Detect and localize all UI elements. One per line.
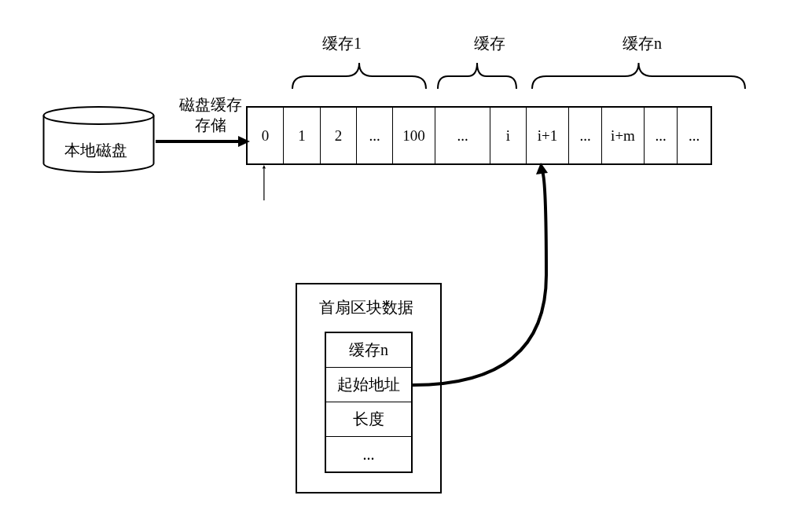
sector-inner-table: 缓存n 起始地址 长度 ... <box>325 332 413 473</box>
storage-cell-i: i <box>490 108 527 163</box>
arrow-disk-to-storage-icon <box>156 134 250 149</box>
storage-cell-2: 2 <box>321 108 357 163</box>
cache-mid-label: 缓存 <box>474 33 505 54</box>
storage-array: 0 1 2 ... 100 ... i i+1 ... i+m ... ... <box>246 106 712 165</box>
arrow-up-icon <box>263 165 268 283</box>
storage-cell-dots3: ... <box>569 108 602 163</box>
storage-cell-dots5: ... <box>678 108 711 163</box>
brace1-icon <box>291 57 428 90</box>
brace2-icon <box>436 57 518 90</box>
sector-block-title: 首扇区块数据 <box>319 297 413 318</box>
svg-point-0 <box>44 107 154 124</box>
local-disk-label: 本地磁盘 <box>64 140 127 161</box>
curved-arrow-icon <box>413 157 562 393</box>
storage-cell-dots2: ... <box>435 108 490 163</box>
cachen-label: 缓存n <box>623 33 662 54</box>
svg-marker-7 <box>536 163 548 174</box>
storage-cell-i1: i+1 <box>527 108 569 163</box>
storage-cell-0: 0 <box>248 108 284 163</box>
inner-row-dots: ... <box>326 437 411 471</box>
storage-cell-dots1: ... <box>357 108 393 163</box>
cache1-label: 缓存1 <box>322 33 362 54</box>
disk-cache-storage-label: 磁盘缓存 存储 <box>179 94 242 135</box>
storage-cell-1: 1 <box>284 108 321 163</box>
storage-cell-dots4: ... <box>645 108 678 163</box>
storage-cell-100: 100 <box>393 108 435 163</box>
inner-row-cachen: 缓存n <box>326 333 411 368</box>
svg-marker-6 <box>263 165 266 169</box>
inner-row-length: 长度 <box>326 402 411 437</box>
inner-row-start-addr: 起始地址 <box>326 368 411 402</box>
storage-cell-im: i+m <box>602 108 645 163</box>
bracen-icon <box>531 57 747 90</box>
